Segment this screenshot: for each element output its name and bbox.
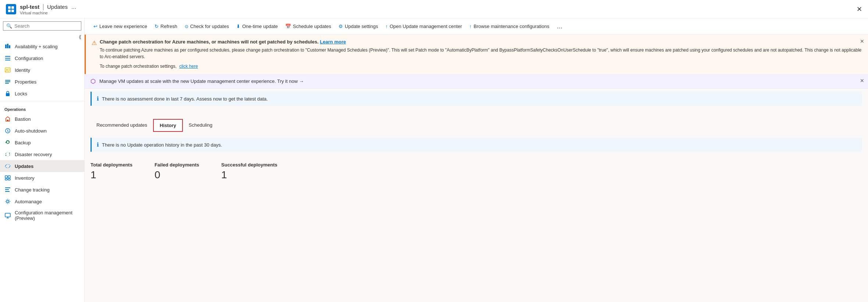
- sidebar-item-backup[interactable]: Backup: [0, 137, 84, 148]
- sidebar-item-locks[interactable]: Locks: [0, 88, 84, 99]
- svg-rect-29: [5, 213, 10, 217]
- sidebar-label-config-mgmt: Configuration management (Preview): [15, 210, 72, 221]
- app-icon: [6, 4, 16, 14]
- warning-close-button[interactable]: ✕: [860, 38, 864, 44]
- leave-new-exp-button[interactable]: ↩ Leave new experience: [91, 22, 150, 31]
- sidebar-item-disaster-recovery[interactable]: Disaster recovery: [0, 148, 84, 160]
- leave-icon: ↩: [93, 24, 98, 29]
- schedule-updates-button[interactable]: 📅 Schedule updates: [282, 22, 334, 31]
- warning-icon: ⚠: [92, 39, 97, 46]
- tab-history[interactable]: History: [153, 119, 183, 132]
- warning-body: To continue patching Azure machines as p…: [100, 47, 862, 60]
- check-updates-label: Check for updates: [190, 24, 229, 29]
- svg-rect-5: [7, 44, 8, 48]
- sidebar-label-inventory: Inventory: [15, 175, 34, 181]
- inventory-icon: [4, 175, 11, 181]
- schedule-updates-label: Schedule updates: [293, 24, 331, 29]
- disaster-recovery-icon: [4, 151, 11, 158]
- warning-alert: ✕ ⚠ Change patch orchestration for Azure…: [85, 35, 868, 74]
- arrow-up-icon-1: ↑: [385, 24, 388, 29]
- info-icon-assessment: ℹ: [97, 95, 99, 102]
- updates-icon: [4, 163, 11, 169]
- search-icon: 🔍: [6, 23, 12, 29]
- sidebar-item-properties[interactable]: Properties: [0, 76, 84, 88]
- svg-rect-14: [5, 80, 10, 81]
- svg-point-28: [7, 200, 9, 203]
- sidebar-item-updates[interactable]: Updates: [0, 160, 84, 172]
- update-settings-button[interactable]: ⚙ Update settings: [336, 22, 381, 31]
- svg-rect-0: [8, 6, 11, 9]
- svg-rect-16: [5, 83, 9, 84]
- search-container[interactable]: 🔍: [3, 21, 81, 31]
- svg-rect-26: [5, 189, 9, 190]
- promo-icon: ⬡: [91, 78, 96, 85]
- header-title-group: spl-test | Updates ... Virtual machine: [20, 3, 76, 15]
- assessment-section: ℹ There is no assessment done in last 7 …: [91, 92, 862, 106]
- config-mgmt-icon: [4, 212, 11, 219]
- top-header: spl-test | Updates ... Virtual machine ✕: [0, 0, 868, 18]
- sidebar-item-automanage[interactable]: Automanage: [0, 196, 84, 207]
- sidebar: 🔍 ⟪ Availability + scaling Configuration…: [0, 18, 85, 302]
- svg-rect-22: [8, 176, 10, 178]
- identity-icon: [4, 67, 11, 73]
- assessment-text: There is no assessment done in last 7 da…: [102, 96, 268, 102]
- warning-body2: To change patch orchestration settings, …: [100, 63, 862, 70]
- svg-rect-12: [8, 69, 10, 70]
- one-time-update-button[interactable]: ⬇ One-time update: [233, 22, 281, 31]
- header-separator: |: [42, 3, 44, 11]
- tab-recommended-updates[interactable]: Recommended updates: [91, 119, 153, 132]
- sidebar-label-availability: Availability + scaling: [15, 44, 57, 49]
- sidebar-item-configuration[interactable]: Configuration: [0, 52, 84, 64]
- search-input[interactable]: [14, 23, 78, 29]
- svg-rect-8: [5, 58, 10, 59]
- promo-text: Manage VM updates at scale with the new …: [99, 78, 304, 84]
- stat-total-value: 1: [91, 169, 132, 181]
- tab-scheduling[interactable]: Scheduling: [183, 119, 218, 132]
- close-button[interactable]: ✕: [857, 5, 862, 13]
- scroll-up-icon[interactable]: ⟪: [79, 34, 81, 40]
- sidebar-label-configuration: Configuration: [15, 56, 43, 61]
- bastion-icon: [4, 116, 11, 122]
- header-subtitle: Virtual machine: [20, 11, 76, 15]
- svg-rect-25: [5, 187, 10, 188]
- warning-body2-text: To change patch orchestration settings,: [100, 64, 177, 69]
- browse-maint-label: Browse maintenance configurations: [474, 24, 549, 29]
- browse-maint-button[interactable]: ↑ Browse maintenance configurations: [467, 22, 552, 31]
- open-update-mgmt-label: Open Update management center: [390, 24, 462, 29]
- svg-rect-1: [11, 6, 14, 9]
- tabs-container: Recommended updates History Scheduling: [85, 113, 868, 132]
- sidebar-label-change-tracking: Change tracking: [15, 187, 50, 193]
- sidebar-label-auto-shutdown: Auto-shutdown: [15, 128, 47, 134]
- learn-more-link[interactable]: Learn more: [320, 39, 346, 45]
- refresh-button[interactable]: ↻ Refresh: [152, 22, 180, 31]
- sidebar-item-change-tracking[interactable]: Change tracking: [0, 184, 84, 196]
- open-update-mgmt-button[interactable]: ↑ Open Update management center: [382, 22, 465, 31]
- sidebar-item-inventory[interactable]: Inventory: [0, 172, 84, 184]
- content-area: ↩ Leave new experience ↻ Refresh ⊙ Check…: [85, 18, 868, 302]
- more-button[interactable]: …: [554, 21, 566, 32]
- svg-rect-24: [8, 179, 10, 180]
- sidebar-label-bastion: Bastion: [15, 116, 31, 122]
- sidebar-label-identity: Identity: [15, 67, 30, 73]
- sidebar-item-bastion[interactable]: Bastion: [0, 113, 84, 125]
- sidebar-label-automanage: Automanage: [15, 199, 42, 204]
- header-ellipsis-btn[interactable]: ...: [71, 4, 76, 10]
- sidebar-divider-1: [0, 101, 84, 101]
- click-here-link[interactable]: click here: [179, 64, 198, 69]
- tab-scheduling-label: Scheduling: [189, 122, 212, 128]
- promo-alert: ✕ ⬡ Manage VM updates at scale with the …: [85, 74, 868, 89]
- sidebar-item-auto-shutdown[interactable]: Auto-shutdown: [0, 125, 84, 137]
- page-content: ✕ ⚠ Change patch orchestration for Azure…: [85, 35, 868, 302]
- leave-new-exp-label: Leave new experience: [99, 24, 147, 29]
- change-tracking-icon: [4, 186, 11, 193]
- check-updates-button[interactable]: ⊙ Check for updates: [182, 22, 232, 31]
- stat-failed-value: 0: [155, 169, 199, 181]
- sidebar-item-identity[interactable]: Identity: [0, 64, 84, 76]
- stats-row: Total deployments 1 Failed deployments 0…: [91, 159, 862, 184]
- sidebar-item-config-mgmt[interactable]: Configuration management (Preview): [0, 207, 84, 224]
- svg-rect-17: [6, 93, 10, 96]
- sidebar-item-availability[interactable]: Availability + scaling: [0, 41, 84, 52]
- warning-title-text: Change patch orchestration for Azure mac…: [100, 39, 319, 45]
- svg-rect-27: [5, 191, 10, 192]
- promo-close-button[interactable]: ✕: [860, 78, 864, 84]
